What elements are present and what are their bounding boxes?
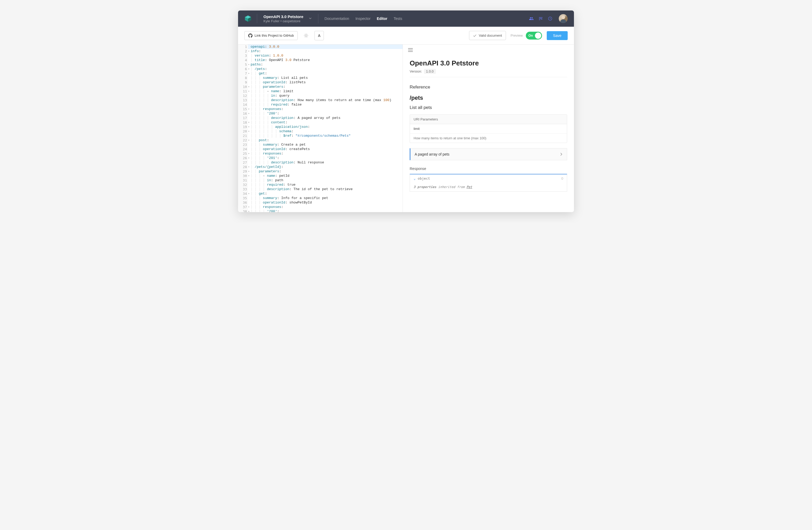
code-line[interactable]: │ │ │ │ '201': [251, 156, 403, 160]
operation-summary: List all pets [410, 105, 567, 110]
code-line[interactable]: │ /pets/{petId}: [251, 165, 403, 169]
code-line[interactable]: │ │ │ summary: Create a pet [251, 142, 403, 147]
nav-tabs: Documentation Inspector Editor Tests [325, 16, 402, 21]
sun-icon [303, 33, 309, 38]
chevron-down-icon [309, 17, 312, 20]
help-icon: ? [548, 16, 552, 21]
theme-toggle-button[interactable] [301, 31, 311, 40]
tab-editor[interactable]: Editor [377, 16, 387, 21]
code-line[interactable]: │ │ │ operationId: listPets [251, 80, 403, 85]
hamburger-icon [408, 48, 413, 52]
tab-documentation[interactable]: Documentation [325, 16, 349, 21]
code-line[interactable]: │ │ get: [251, 192, 403, 196]
code-line[interactable]: │ │ │ │ │ │ │ schema: [251, 129, 403, 134]
schema-count: 0 [561, 177, 563, 180]
code-line[interactable]: │ │ │ │ │ description: Null response [251, 160, 403, 165]
toolbar: Link this Project to GitHub A Valid docu… [238, 27, 574, 44]
reference-heading: Reference [410, 85, 567, 90]
user-avatar[interactable] [559, 14, 568, 23]
code-line[interactable]: │ │ │ operationId: showPetById [251, 200, 403, 205]
code-line[interactable]: openapi: 3.0.0 [238, 44, 403, 49]
code-line[interactable]: │ │ │ │ │ required: false [251, 102, 403, 107]
code-line[interactable]: │ version: 1.0.0 [251, 53, 403, 58]
code-line[interactable]: │ │ │ │ required: true [251, 182, 403, 187]
version-row: Version: 1.0.0 [410, 69, 567, 77]
svg-line-12 [305, 37, 305, 37]
params-box: URI Parameters limit How many items to r… [410, 114, 567, 143]
app-window: OpenAPI 3.0 Petstore Kyle Fuller • oaspe… [238, 11, 574, 212]
tab-tests[interactable]: Tests [394, 16, 402, 21]
code-line[interactable]: │ │ get: [251, 71, 403, 76]
app-header: OpenAPI 3.0 Petstore Kyle Fuller • oaspe… [238, 11, 574, 27]
project-dropdown[interactable] [309, 16, 312, 21]
save-button[interactable]: Save [547, 31, 568, 40]
people-button[interactable] [529, 16, 534, 21]
code-line[interactable]: │ │ │ operationId: createPets [251, 147, 403, 151]
font-size-button[interactable]: A [315, 31, 324, 40]
header-actions: ? [529, 16, 552, 21]
code-line[interactable]: │ │ │ responses: [251, 107, 403, 111]
validation-badge: Valid document [469, 31, 506, 40]
logo-icon [244, 15, 252, 22]
code-line[interactable]: │ /pets: [251, 67, 403, 71]
code-line[interactable]: info: [251, 49, 403, 53]
code-line[interactable]: │ │ parameters: [251, 169, 403, 173]
api-title: OpenAPI 3.0 Petstore [410, 59, 567, 67]
code-line[interactable]: │ │ │ │ │ description: A paged array of … [251, 116, 403, 120]
check-icon [473, 34, 477, 38]
response-description: A paged array of pets [415, 152, 449, 156]
preview-label: Preview [511, 33, 523, 38]
tab-inspector[interactable]: Inspector [356, 16, 371, 21]
github-link-label: Link this Project to GitHub [255, 33, 294, 38]
response-toggle[interactable]: A paged array of pets [410, 148, 567, 160]
code-line[interactable]: │ │ │ │ │ │ application/json: [251, 125, 403, 129]
github-icon [248, 33, 252, 38]
svg-text:?: ? [549, 17, 551, 20]
code-line[interactable]: │ │ │ │ │ │ │ │ $ref: "#/components/sche… [251, 134, 403, 138]
split-view: 1234567891011121314151617181920212223242… [238, 44, 574, 212]
code-line[interactable]: │ │ │ │ │ content: [251, 120, 403, 125]
project-info[interactable]: OpenAPI 3.0 Petstore Kyle Fuller • oaspe… [263, 14, 303, 23]
project-subtitle: Kyle Fuller • oaspetstore [263, 19, 303, 23]
preview-toggle[interactable]: On [526, 32, 542, 40]
response-heading: Response [410, 167, 567, 171]
code-line[interactable]: │ │ │ responses: [251, 205, 403, 209]
project-title: OpenAPI 3.0 Petstore [263, 14, 303, 19]
params-heading: URI Parameters [410, 115, 567, 124]
code-line[interactable]: paths: [251, 62, 403, 67]
code-line[interactable]: │ │ post: [251, 138, 403, 142]
code-line[interactable]: │ │ │ responses: [251, 151, 403, 156]
github-link-button[interactable]: Link this Project to GitHub [244, 31, 298, 40]
chevron-down-icon: ⌄ [414, 177, 416, 180]
code-editor[interactable]: 1234567891011121314151617181920212223242… [238, 44, 403, 212]
svg-line-10 [305, 34, 305, 34]
help-button[interactable]: ? [548, 16, 552, 21]
code-line[interactable]: │ │ │ │ - name: limit [251, 89, 403, 94]
schema-type: object [418, 177, 430, 180]
divider [318, 14, 318, 23]
code-line[interactable]: │ │ │ summary: Info for a specific pet [251, 196, 403, 200]
line-gutter: 1234567891011121314151617181920212223242… [238, 44, 248, 212]
inherit-link[interactable]: Pet [466, 185, 472, 189]
code-line[interactable]: │ │ │ │ '200': [251, 209, 403, 212]
code-line[interactable]: │ │ │ summary: List all pets [251, 76, 403, 80]
code-line[interactable]: │ │ │ │ │ in: query [251, 94, 403, 98]
path-heading: /pets [410, 95, 567, 101]
schema-row[interactable]: ⌄ object 0 [410, 175, 567, 182]
sliders-icon [538, 16, 543, 21]
preview-menu-button[interactable] [408, 48, 413, 53]
preview-pane: OpenAPI 3.0 Petstore Version: 1.0.0 Refe… [403, 44, 574, 212]
toggle-knob [535, 32, 541, 39]
code-line[interactable]: │ │ │ - name: petId [251, 173, 403, 178]
code-line[interactable]: │ │ │ │ │ description: How many items to… [251, 98, 403, 102]
code-line[interactable]: │ │ │ parameters: [251, 85, 403, 89]
code-line[interactable]: │ title: OpenAPI 3.0 Petstore [251, 58, 403, 62]
code-line[interactable]: │ │ │ │ description: The id of the pet t… [251, 187, 403, 192]
code-line[interactable]: │ │ │ │ '200': [251, 111, 403, 116]
code-line[interactable]: │ │ │ │ in: path [251, 178, 403, 182]
schema-box: ⌄ object 0 3 properties inherited from P… [410, 174, 567, 192]
version-badge: 1.0.0 [424, 69, 436, 74]
logo[interactable] [244, 15, 252, 22]
settings-button[interactable] [538, 16, 543, 21]
code-area[interactable]: openapi: 3.0.0info:│ version: 1.0.0│ tit… [251, 44, 403, 212]
